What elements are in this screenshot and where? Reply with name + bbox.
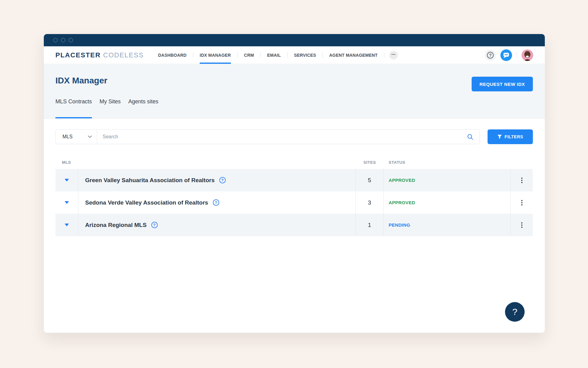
mls-name: Sedona Verde Valley Association of Realt…: [85, 199, 208, 206]
navbar-divider: [517, 52, 517, 59]
browser-window: PLACESTER CODELESS DASHBOARDIDX MANAGERC…: [44, 34, 545, 333]
tab-my-sites[interactable]: My Sites: [100, 98, 121, 118]
page-tabs: MLS ContractsMy SitesAgents sites: [55, 98, 158, 118]
filters-label: FILTERS: [505, 134, 523, 139]
nav-item-agent-management[interactable]: AGENT MANAGEMENT: [323, 46, 384, 64]
expand-row-button[interactable]: [55, 169, 78, 191]
sites-count: 3: [356, 191, 384, 214]
expand-row-button[interactable]: [55, 191, 78, 214]
help-circle-icon[interactable]: ?: [219, 177, 226, 183]
table-row: Arizona Regional MLS?1PENDING: [55, 214, 533, 236]
kebab-icon: [521, 222, 522, 228]
brand-primary: PLACESTER: [55, 51, 101, 59]
window-control-maximize[interactable]: [69, 38, 73, 42]
nav-more-button[interactable]: •••: [389, 51, 398, 59]
help-circle-icon[interactable]: ?: [213, 199, 219, 206]
column-header-spacer: [78, 160, 356, 165]
brand-secondary: CODELESS: [103, 51, 144, 59]
navbar-right-actions: ?: [485, 46, 533, 64]
nav-item-dashboard[interactable]: DASHBOARD: [152, 46, 193, 64]
nav-item-services[interactable]: SERVICES: [288, 46, 322, 64]
page-header: IDX Manager REQUEST NEW IDX MLS Contract…: [44, 64, 545, 119]
tab-mls-contracts[interactable]: MLS Contracts: [55, 98, 92, 118]
search-submit[interactable]: [467, 134, 480, 140]
row-menu-button[interactable]: [511, 191, 533, 214]
chat-button[interactable]: [500, 49, 512, 61]
nav-separator: [384, 52, 384, 58]
filters-button[interactable]: FILTERS: [488, 129, 533, 144]
status-badge: PENDING: [384, 214, 511, 236]
caret-down-icon: [65, 201, 69, 204]
table-header-row: MLS SITES STATUS: [55, 160, 533, 169]
column-header-mls: MLS: [55, 160, 78, 165]
search-input[interactable]: [97, 134, 467, 140]
user-avatar[interactable]: [522, 49, 533, 61]
nav-item-crm[interactable]: CRM: [238, 46, 260, 64]
chat-bubble-icon: [500, 49, 512, 61]
column-header-actions: [511, 160, 533, 165]
mls-name: Green Valley Sahuarita Association of Re…: [85, 177, 215, 184]
avatar-image: [522, 49, 533, 61]
window-control-close[interactable]: [53, 38, 58, 42]
sites-count: 5: [356, 169, 384, 191]
row-menu-button[interactable]: [511, 214, 533, 236]
page-title: IDX Manager: [55, 76, 107, 86]
status-badge: APPROVED: [384, 191, 511, 214]
search-icon: [467, 134, 473, 140]
status-badge: APPROVED: [384, 169, 511, 191]
help-icon: ?: [487, 52, 494, 59]
search-box: MLS: [55, 129, 480, 144]
search-toolbar: MLS FILTERS: [55, 129, 533, 144]
mls-name: Arizona Regional MLS: [85, 222, 147, 228]
search-scope-dropdown[interactable]: MLS: [56, 130, 97, 144]
window-titlebar: [44, 34, 545, 46]
content-area: MLS FILTERS: [44, 129, 545, 236]
mls-contracts-table: MLS SITES STATUS Green Valley Sahuarita …: [55, 160, 533, 236]
table-row: Sedona Verde Valley Association of Realt…: [55, 191, 533, 214]
caret-down-icon: [65, 224, 69, 226]
sites-count: 1: [356, 214, 384, 236]
kebab-icon: [521, 178, 522, 183]
table-row: Green Valley Sahuarita Association of Re…: [55, 169, 533, 191]
nav-item-email[interactable]: EMAIL: [261, 46, 287, 64]
nav-item-idx-manager[interactable]: IDX MANAGER: [193, 46, 237, 64]
tab-agents-sites[interactable]: Agents sites: [128, 98, 158, 118]
column-header-sites: SITES: [356, 160, 384, 165]
floating-help-button[interactable]: ?: [505, 302, 525, 322]
table-body: Green Valley Sahuarita Association of Re…: [55, 169, 533, 236]
help-circle-icon[interactable]: ?: [151, 222, 158, 228]
column-header-status: STATUS: [384, 160, 511, 165]
filter-funnel-icon: [497, 135, 502, 139]
window-control-minimize[interactable]: [61, 38, 65, 42]
chevron-down-icon: [88, 136, 92, 138]
row-menu-button[interactable]: [511, 169, 533, 191]
request-new-idx-button[interactable]: REQUEST NEW IDX: [472, 77, 533, 91]
placester-logo[interactable]: PLACESTER CODELESS: [55, 46, 144, 64]
top-navbar: PLACESTER CODELESS DASHBOARDIDX MANAGERC…: [44, 46, 545, 64]
help-button[interactable]: ?: [485, 50, 496, 61]
main-nav-menu: DASHBOARDIDX MANAGERCRMEMAILSERVICESAGEN…: [152, 46, 384, 64]
caret-down-icon: [65, 179, 69, 182]
kebab-icon: [521, 200, 522, 205]
search-scope-value: MLS: [62, 134, 73, 140]
expand-row-button[interactable]: [55, 214, 78, 236]
